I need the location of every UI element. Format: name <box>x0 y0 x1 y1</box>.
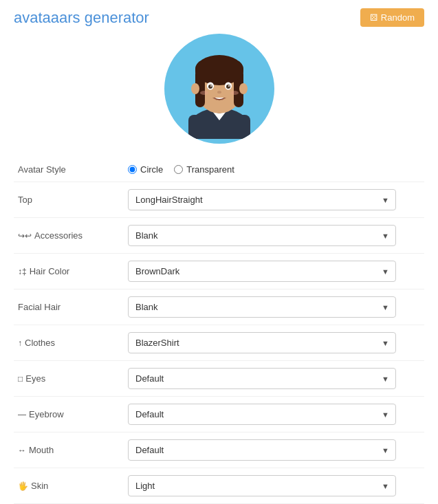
svg-rect-8 <box>195 60 243 80</box>
label-skin: 🖐Skin <box>14 468 124 504</box>
label-clothes: ↑Clothes <box>14 325 124 361</box>
select-skin[interactable]: LightTannedYellowPaleGoldBrownDarkBrownB… <box>128 475 396 496</box>
circle-label: Circle <box>140 164 163 175</box>
control-skin: LightTannedYellowPaleGoldBrownDarkBrownB… <box>124 468 424 504</box>
control-accessories: BlankKurtPrescription01Sunglasses▼ <box>124 218 424 254</box>
circle-radio-label[interactable]: Circle <box>128 164 163 175</box>
avatar-style-label: Avatar Style <box>14 157 124 182</box>
label-eyebrow: —Eyebrow <box>14 397 124 432</box>
control-hair-color: BrownDarkBrownBlackBlondeAuburnRed▼ <box>124 254 424 289</box>
select-accessories[interactable]: BlankKurtPrescription01Sunglasses <box>128 225 396 246</box>
svg-point-17 <box>217 91 221 94</box>
select-hair-color[interactable]: BrownDarkBrownBlackBlondeAuburnRed <box>128 261 396 282</box>
transparent-radio[interactable] <box>174 165 183 174</box>
control-row-mouth: ↔MouthDefaultConcernedDisbeliefEatingGri… <box>14 432 424 468</box>
control-row-eyebrow: —EyebrowDefaultAngryAngryNaturalFlatNatu… <box>14 397 424 432</box>
select-wrapper-hair-color: BrownDarkBrownBlackBlondeAuburnRed▼ <box>128 261 396 282</box>
control-row-eyes: □EyesDefaultCryHappyHeartsSideSquintSurp… <box>14 361 424 397</box>
control-row-accessories: ↪↩AccessoriesBlankKurtPrescription01Sung… <box>14 218 424 254</box>
svg-point-16 <box>228 85 230 87</box>
select-wrapper-mouth: DefaultConcernedDisbeliefEatingGrimaceSa… <box>128 439 396 461</box>
select-wrapper-eyes: DefaultCryHappyHeartsSideSquintSurprised… <box>128 368 396 389</box>
random-button[interactable]: ⚄ Random <box>360 8 424 27</box>
random-icon: ⚄ <box>370 12 377 23</box>
control-row-facial-hair: Facial HairBlankBeardMediumBeardLightMou… <box>14 289 424 325</box>
avatar-style-row: Avatar Style Circle Transparent <box>14 157 424 182</box>
svg-point-13 <box>208 85 212 89</box>
circle-radio[interactable] <box>128 165 137 174</box>
app-header: avataaars generator ⚄ Random <box>14 8 424 27</box>
svg-point-19 <box>230 91 239 95</box>
select-wrapper-eyebrow: DefaultAngryAngryNaturalFlatNaturalRaise… <box>128 404 396 425</box>
control-row-top: TopLongHairStraightLongHairCurvyShortHai… <box>14 182 424 218</box>
label-accessories: ↪↩Accessories <box>14 218 124 254</box>
control-row-skin: 🖐SkinLightTannedYellowPaleGoldBrownDarkB… <box>14 468 424 504</box>
transparent-label: Transparent <box>186 164 234 175</box>
control-facial-hair: BlankBeardMediumBeardLightMoustacheFancy… <box>124 289 424 325</box>
label-facial-hair: Facial Hair <box>14 289 124 325</box>
select-mouth[interactable]: DefaultConcernedDisbeliefEatingGrimaceSa… <box>128 439 396 461</box>
app-title: avataaars generator <box>14 9 149 27</box>
hair-color-icon: ↕‡ <box>18 267 27 276</box>
select-facial-hair[interactable]: BlankBeardMediumBeardLightMoustacheFancy <box>128 296 396 318</box>
control-row-clothes: ↑ClothesBlazerShirtBlazerSweaterCollarSw… <box>14 325 424 361</box>
clothes-icon: ↑ <box>18 338 22 348</box>
select-top[interactable]: LongHairStraightLongHairCurvyShortHairSh… <box>128 189 396 210</box>
control-eyes: DefaultCryHappyHeartsSideSquintSurprised… <box>124 361 424 397</box>
control-top: LongHairStraightLongHairCurvyShortHairSh… <box>124 182 424 218</box>
control-mouth: DefaultConcernedDisbeliefEatingGrimaceSa… <box>124 432 424 468</box>
control-clothes: BlazerShirtBlazerSweaterCollarSweaterHoo… <box>124 325 424 361</box>
avatar-preview <box>14 34 424 144</box>
avatar-style-radio-group: Circle Transparent <box>128 164 420 175</box>
skin-icon: 🖐 <box>18 481 28 491</box>
control-eyebrow: DefaultAngryAngryNaturalFlatNaturalRaise… <box>124 397 424 432</box>
select-eyes[interactable]: DefaultCryHappyHeartsSideSquintSurprised <box>128 368 396 389</box>
select-wrapper-facial-hair: BlankBeardMediumBeardLightMoustacheFancy… <box>128 296 396 318</box>
label-top: Top <box>14 182 124 218</box>
select-wrapper-clothes: BlazerShirtBlazerSweaterCollarSweaterHoo… <box>128 332 396 353</box>
select-wrapper-accessories: BlankKurtPrescription01Sunglasses▼ <box>128 225 396 246</box>
accessories-icon: ↪↩ <box>18 231 32 241</box>
select-clothes[interactable]: BlazerShirtBlazerSweaterCollarSweaterHoo… <box>128 332 396 353</box>
control-row-hair-color: ↕‡Hair ColorBrownDarkBrownBlackBlondeAub… <box>14 254 424 289</box>
label-hair-color: ↕‡Hair Color <box>14 254 124 289</box>
avatar-style-control: Circle Transparent <box>124 157 424 182</box>
select-eyebrow[interactable]: DefaultAngryAngryNaturalFlatNaturalRaise… <box>128 404 396 425</box>
svg-point-14 <box>226 85 230 89</box>
eyebrow-icon: — <box>18 410 26 419</box>
avatar-svg <box>171 39 267 139</box>
svg-point-9 <box>191 83 199 94</box>
select-wrapper-skin: LightTannedYellowPaleGoldBrownDarkBrownB… <box>128 475 396 496</box>
mouth-icon: ↔ <box>18 446 26 455</box>
select-wrapper-top: LongHairStraightLongHairCurvyShortHairSh… <box>128 189 396 210</box>
label-eyes: □Eyes <box>14 361 124 397</box>
svg-point-15 <box>210 85 212 87</box>
dynamic-controls-table: TopLongHairStraightLongHairCurvyShortHai… <box>14 182 424 504</box>
transparent-radio-label[interactable]: Transparent <box>174 164 234 175</box>
svg-point-18 <box>200 91 208 95</box>
eyes-icon: □ <box>18 374 23 384</box>
controls-table: Avatar Style Circle Transparent <box>14 157 424 182</box>
label-mouth: ↔Mouth <box>14 432 124 468</box>
avatar-circle <box>164 34 274 144</box>
svg-point-10 <box>239 83 248 94</box>
